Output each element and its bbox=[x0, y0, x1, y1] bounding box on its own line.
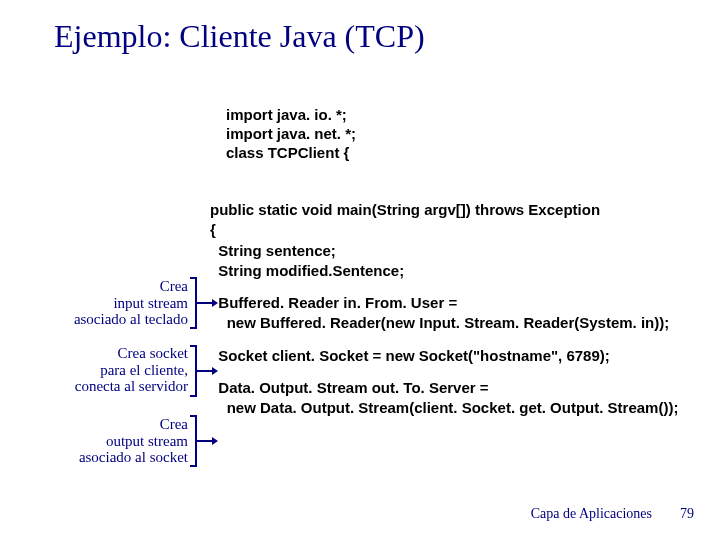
annotation-output-stream: Crea output stream asociado al socket bbox=[14, 416, 188, 466]
annotation-socket: Crea socket para el cliente, conecta al … bbox=[14, 345, 188, 395]
annot-line: Crea socket bbox=[14, 345, 188, 362]
svg-marker-1 bbox=[212, 367, 218, 375]
bracket-arrow-icon bbox=[188, 344, 218, 400]
code-body: public static void main(String argv[]) t… bbox=[210, 200, 678, 418]
annot-line: input stream bbox=[14, 295, 188, 312]
annot-line: asociado al teclado bbox=[14, 311, 188, 328]
code-line: import java. net. *; bbox=[226, 125, 356, 144]
code-line: Data. Output. Stream out. To. Server = bbox=[210, 378, 678, 398]
annotation-input-stream: Crea input stream asociado al teclado bbox=[14, 278, 188, 328]
code-blank bbox=[210, 366, 678, 378]
annot-line: output stream bbox=[14, 433, 188, 450]
bracket-arrow-icon bbox=[188, 414, 218, 470]
annot-line: conecta al servidor bbox=[14, 378, 188, 395]
annot-line: para el cliente, bbox=[14, 362, 188, 379]
code-line: new Buffered. Reader(new Input. Stream. … bbox=[210, 313, 678, 333]
annot-line: Crea bbox=[14, 416, 188, 433]
annot-line: Crea bbox=[14, 278, 188, 295]
svg-marker-2 bbox=[212, 437, 218, 445]
code-line: Buffered. Reader in. From. User = bbox=[210, 293, 678, 313]
bracket-arrow-icon bbox=[188, 276, 218, 332]
annot-line: asociado al socket bbox=[14, 449, 188, 466]
page-number: 79 bbox=[680, 506, 694, 522]
code-blank bbox=[210, 281, 678, 293]
code-line: public static void main(String argv[]) t… bbox=[210, 200, 678, 220]
svg-marker-0 bbox=[212, 299, 218, 307]
footer-label: Capa de Aplicaciones bbox=[531, 506, 652, 522]
code-line: { bbox=[210, 220, 678, 240]
code-preamble: import java. io. *; import java. net. *;… bbox=[226, 106, 356, 162]
code-line: import java. io. *; bbox=[226, 106, 356, 125]
code-blank bbox=[210, 334, 678, 346]
code-line: class TCPClient { bbox=[226, 144, 356, 163]
code-line: String modified.Sentence; bbox=[210, 261, 678, 281]
code-line: Socket client. Socket = new Socket("host… bbox=[210, 346, 678, 366]
page-title: Ejemplo: Cliente Java (TCP) bbox=[54, 18, 425, 55]
code-line: new Data. Output. Stream(client. Socket.… bbox=[210, 398, 678, 418]
code-line: String sentence; bbox=[210, 241, 678, 261]
slide: Ejemplo: Cliente Java (TCP) import java.… bbox=[0, 0, 720, 540]
